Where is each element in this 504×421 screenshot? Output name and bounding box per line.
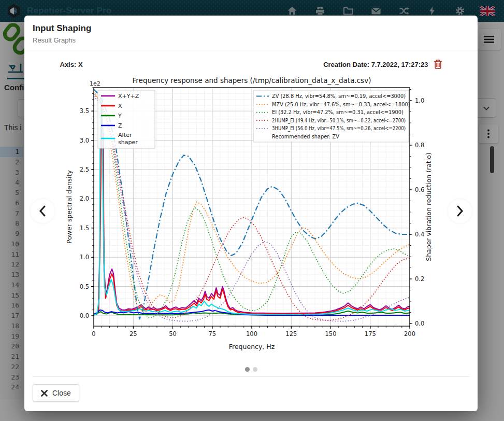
chevron-left-icon (39, 205, 46, 217)
svg-text:3.0: 3.0 (79, 137, 89, 144)
modal-title: Input Shaping (33, 23, 469, 34)
svg-text:175: 175 (364, 330, 376, 338)
svg-text:shaper: shaper (118, 139, 138, 146)
modal-subtitle: Result Graphs (33, 36, 469, 44)
result-chart: 02550751001251501752000.00.51.01.52.02.5… (60, 74, 442, 360)
modal-footer: Close (33, 376, 469, 402)
close-x-icon (41, 390, 48, 397)
trash-icon[interactable] (434, 59, 442, 69)
svg-text:X+Y+Z: X+Y+Z (118, 93, 139, 100)
svg-text:EI (32.2 Hz, vibr=47.2%, sm~=0: EI (32.2 Hz, vibr=47.2%, sm~=0.31, accel… (272, 109, 404, 115)
svg-text:Frequency, Hz: Frequency, Hz (228, 343, 275, 350)
svg-text:3HUMP_EI (56.0 Hz, vibr=47.5%,: 3HUMP_EI (56.0 Hz, vibr=47.5%, sm~=0.26,… (272, 125, 406, 132)
svg-text:100: 100 (246, 330, 257, 338)
result-meta-row: Axis: X Creation Date: 7.7.2022, 17:27:2… (60, 59, 442, 69)
svg-text:0: 0 (92, 330, 95, 338)
svg-text:0.8: 0.8 (415, 142, 424, 149)
svg-text:1e2: 1e2 (90, 80, 100, 87)
svg-text:0.0: 0.0 (79, 312, 89, 319)
svg-text:2.0: 2.0 (79, 195, 89, 202)
chevron-right-icon (456, 205, 464, 217)
svg-text:1.5: 1.5 (79, 224, 89, 232)
close-button[interactable]: Close (33, 384, 79, 402)
svg-text:3.5: 3.5 (79, 107, 89, 115)
svg-text:125: 125 (285, 330, 297, 338)
svg-text:0.5: 0.5 (79, 283, 89, 290)
svg-text:0.2: 0.2 (415, 275, 424, 283)
carousel-next-button[interactable] (448, 199, 472, 223)
carousel-dot[interactable] (253, 367, 257, 372)
svg-text:75: 75 (208, 330, 216, 338)
axis-label: Axis: X (60, 61, 83, 68)
svg-text:X: X (118, 103, 122, 109)
svg-text:Recommended shaper: ZV: Recommended shaper: ZV (272, 134, 339, 139)
creation-date: Creation Date: 7.7.2022, 17:27:23 (323, 61, 428, 68)
svg-text:150: 150 (325, 330, 336, 338)
svg-text:0.4: 0.4 (415, 231, 424, 238)
input-shaping-modal: Input Shaping Result Graphs Axis: X Crea… (24, 16, 478, 411)
svg-text:1.0: 1.0 (415, 97, 424, 104)
svg-text:2.5: 2.5 (79, 166, 89, 173)
svg-text:Z: Z (118, 122, 122, 129)
svg-text:0.0: 0.0 (415, 320, 424, 327)
svg-text:Power spectral density: Power spectral density (65, 170, 73, 244)
svg-text:2HUMP_EI (49.4 Hz, vibr=50.1%,: 2HUMP_EI (49.4 Hz, vibr=50.1%, sm~=0.22,… (272, 118, 406, 124)
svg-text:25: 25 (129, 330, 137, 338)
svg-text:50: 50 (169, 330, 177, 338)
svg-text:Frequency response and shapers: Frequency response and shapers (/tmp/cal… (132, 76, 371, 85)
svg-text:ZV (28.8 Hz, vibr=54.8%, sm~=0: ZV (28.8 Hz, vibr=54.8%, sm~=0.19, accel… (272, 93, 406, 99)
carousel-dot[interactable] (245, 367, 250, 372)
carousel-dots (24, 364, 478, 370)
carousel-prev-button[interactable] (31, 199, 54, 223)
svg-text:MZV (25.0 Hz, vibr=47.6%, sm~=: MZV (25.0 Hz, vibr=47.6%, sm~=0.33, acce… (272, 102, 410, 107)
svg-text:200: 200 (404, 330, 415, 338)
screen: Repetier-Server Pro Confi Vo This i 1234… (0, 0, 504, 421)
svg-text:After: After (118, 132, 132, 138)
svg-text:Shaper vibration reduction (ra: Shaper vibration reduction (ratio) (425, 152, 433, 261)
svg-text:0.6: 0.6 (415, 186, 424, 193)
svg-text:1.0: 1.0 (79, 254, 89, 261)
svg-text:Y: Y (118, 113, 122, 119)
modal-header: Input Shaping Result Graphs (24, 16, 478, 50)
